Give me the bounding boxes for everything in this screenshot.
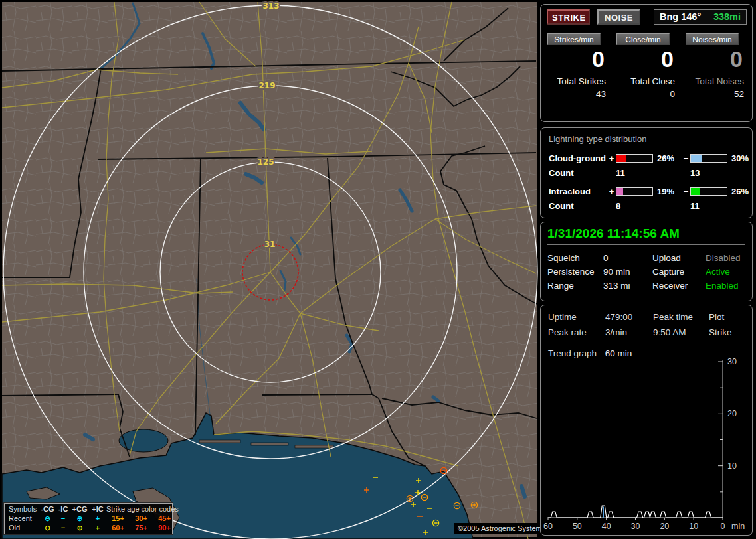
nexstorm-window: { "window": { "copyright": "©2005 Astrog… — [0, 0, 756, 539]
clock-panel: 1/31/2026 11:14:56 AM Squelch 0 Upload D… — [540, 222, 753, 301]
total-close-label: Total Close — [616, 72, 676, 86]
ic-neg-recent-icon: − — [56, 514, 70, 523]
settings-grid: Squelch 0 Upload Disabled Persistence 90… — [547, 253, 752, 291]
capture-label: Capture — [652, 267, 706, 277]
strike-toggle-button[interactable]: STRIKE — [547, 9, 590, 25]
count-label: Count — [549, 168, 607, 178]
upload-status: Disabled — [706, 253, 752, 263]
capture-status: Active — [706, 267, 752, 277]
total-noises-label: Total Noises — [686, 72, 745, 86]
peak-time-label: Peak time — [653, 312, 709, 322]
ic-pos-recent-icon: + — [89, 514, 106, 523]
range-label: Range — [547, 281, 603, 291]
ic-negative-bar — [690, 187, 727, 196]
bearing-readout: Bng 146° 338mi — [654, 9, 747, 25]
cg-pos-old-icon: ⊕ — [70, 523, 89, 532]
peak-time-value: 9:50 AM — [653, 327, 709, 337]
total-strikes-label: Total Strikes — [547, 72, 607, 86]
age-75: 75+ — [130, 523, 153, 532]
peak-rate-value: 3/min — [605, 327, 653, 337]
close-column: Close/min 0 Total Close 0 — [616, 33, 676, 99]
cg-pos-recent-icon: ⊕ — [70, 514, 89, 523]
noises-per-min-value: 0 — [686, 45, 745, 72]
distribution-panel: Lightning type distribution Cloud-ground… — [540, 127, 753, 218]
copyright-text: ©2005 Astrogenic Systems — [454, 523, 549, 534]
uptime-value: 479:00 — [605, 312, 653, 322]
svg-text:20: 20 — [727, 409, 737, 418]
receiver-label: Receiver — [652, 281, 706, 291]
strikes-per-min-button[interactable]: Strikes/min — [547, 33, 601, 45]
svg-text:60: 60 — [543, 522, 553, 531]
legend-col-ic-pos: +IC — [89, 504, 106, 514]
legend-col-ic-neg: -IC — [56, 504, 70, 514]
cg-positive-count: 11 — [616, 168, 654, 178]
svg-text:219: 219 — [258, 81, 275, 90]
trend-panel: Uptime 479:00 Peak time Plot Peak rate 3… — [540, 305, 753, 536]
ic-positive-pct: 19% — [654, 187, 682, 196]
cg-positive-pct: 26% — [654, 153, 682, 163]
minus-sign: − — [682, 153, 690, 163]
total-noises-value: 52 — [686, 86, 745, 99]
range-value: 313 mi — [603, 281, 652, 291]
bearing-value: Bng 146° — [660, 11, 701, 23]
plus-sign: + — [607, 187, 616, 196]
svg-text:20: 20 — [660, 522, 669, 531]
total-strikes-value: 43 — [547, 86, 607, 99]
squelch-label: Squelch — [547, 253, 603, 263]
count-label: Count — [549, 201, 607, 211]
noise-toggle-button[interactable]: NOISE — [597, 9, 640, 25]
cg-negative-bar — [690, 154, 727, 163]
svg-text:40: 40 — [602, 522, 611, 531]
cg-negative-pct: 30% — [729, 153, 756, 163]
legend-row-recent: Recent — [9, 514, 39, 523]
legend-col-cg-pos: +CG — [70, 504, 89, 514]
intracloud-label: Intracloud — [549, 187, 607, 196]
svg-text:10: 10 — [727, 461, 737, 471]
svg-text:50: 50 — [573, 522, 582, 531]
intracloud-count-row: Count 8 11 — [549, 201, 752, 211]
svg-text:min: min — [731, 522, 745, 531]
stats-panel: STRIKE NOISE Bng 146° 338mi Strikes/min … — [540, 4, 753, 122]
peak-rate-label: Peak rate — [548, 327, 605, 337]
svg-text:10: 10 — [689, 522, 698, 531]
distribution-title: Lightning type distribution — [549, 134, 745, 147]
cg-positive-bar — [616, 154, 653, 163]
minus-sign: − — [682, 187, 690, 196]
age-45: 45+ — [153, 514, 176, 523]
ic-positive-count: 8 — [616, 201, 654, 211]
cg-negative-count: 13 — [690, 168, 729, 178]
close-per-min-button[interactable]: Close/min — [616, 33, 670, 45]
ic-negative-count: 11 — [690, 201, 729, 211]
svg-text:31: 31 — [264, 240, 276, 249]
strike-legend: Symbols -CG -IC +CG +IC Strike age color… — [4, 503, 173, 534]
svg-text:0: 0 — [721, 522, 725, 531]
svg-text:30: 30 — [727, 357, 737, 366]
cloud-ground-label: Cloud-ground — [549, 153, 607, 163]
plot-value: Strike — [709, 327, 752, 337]
total-close-value: 0 — [616, 86, 676, 99]
map[interactable]: 313 219 125 31 Symbols -CG -IC +CG +IC S… — [0, 0, 538, 539]
ic-pos-old-icon: + — [89, 523, 106, 532]
age-90: 90+ — [153, 523, 176, 532]
uptime-label: Uptime — [548, 312, 605, 322]
status-grid: Uptime 479:00 Peak time Plot Peak rate 3… — [548, 312, 752, 337]
svg-text:30: 30 — [631, 522, 640, 531]
squelch-value: 0 — [603, 253, 652, 263]
plus-sign: + — [607, 153, 616, 163]
ic-neg-old-icon: − — [56, 523, 70, 532]
age-30: 30+ — [130, 514, 153, 523]
receiver-status: Enabled — [706, 281, 752, 291]
age-60: 60+ — [106, 523, 130, 532]
age-15: 15+ — [106, 514, 130, 523]
strikes-per-min-value: 0 — [547, 45, 607, 72]
strikes-column: Strikes/min 0 Total Strikes 43 — [547, 33, 607, 99]
trend-chart: 1020306050403020100min — [541, 356, 753, 534]
cg-neg-old-icon: ⊖ — [39, 523, 56, 532]
persistence-value: 90 min — [603, 267, 652, 277]
svg-text:313: 313 — [262, 1, 279, 11]
datetime-display: 1/31/2026 11:14:56 AM — [547, 226, 745, 245]
ic-positive-bar — [616, 187, 653, 196]
bearing-range-value: 338mi — [713, 11, 741, 23]
legend-col-cg-neg: -CG — [39, 504, 56, 514]
noises-per-min-button[interactable]: Noises/min — [686, 33, 739, 45]
